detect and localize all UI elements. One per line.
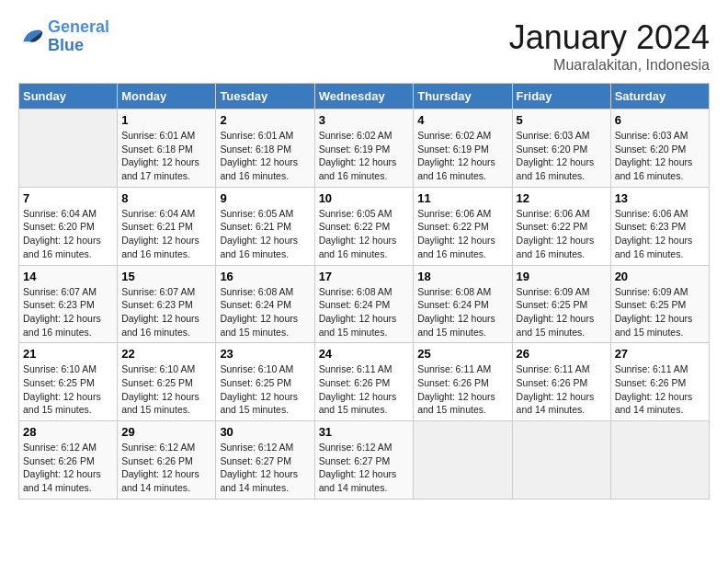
day-number: 19 <box>517 270 607 283</box>
week-row-1: 1Sunrise: 6:01 AM Sunset: 6:18 PM Daylig… <box>19 109 710 188</box>
day-number: 27 <box>615 347 705 361</box>
day-info: Sunrise: 6:04 AM Sunset: 6:20 PM Dayligh… <box>23 207 113 261</box>
calendar-cell: 19Sunrise: 6:09 AM Sunset: 6:25 PM Dayli… <box>512 265 610 343</box>
calendar-title: January 2024 <box>509 18 710 57</box>
day-number: 30 <box>220 425 310 439</box>
day-info: Sunrise: 6:06 AM Sunset: 6:22 PM Dayligh… <box>517 207 607 261</box>
day-info: Sunrise: 6:10 AM Sunset: 6:25 PM Dayligh… <box>121 362 211 417</box>
week-row-4: 21Sunrise: 6:10 AM Sunset: 6:25 PM Dayli… <box>19 343 710 421</box>
calendar-cell: 13Sunrise: 6:06 AM Sunset: 6:23 PM Dayli… <box>610 187 709 265</box>
calendar-cell: 29Sunrise: 6:12 AM Sunset: 6:26 PM Dayli… <box>118 421 216 500</box>
calendar-cell <box>610 421 709 500</box>
calendar-cell: 3Sunrise: 6:02 AM Sunset: 6:19 PM Daylig… <box>314 109 414 188</box>
day-number: 5 <box>517 113 607 127</box>
day-number: 2 <box>220 113 310 127</box>
calendar-cell: 11Sunrise: 6:06 AM Sunset: 6:22 PM Dayli… <box>414 187 512 265</box>
calendar-cell: 26Sunrise: 6:11 AM Sunset: 6:26 PM Dayli… <box>512 343 610 421</box>
day-info: Sunrise: 6:03 AM Sunset: 6:20 PM Dayligh… <box>615 129 705 183</box>
day-info: Sunrise: 6:10 AM Sunset: 6:25 PM Dayligh… <box>23 362 113 417</box>
calendar-cell: 7Sunrise: 6:04 AM Sunset: 6:20 PM Daylig… <box>19 187 118 265</box>
day-info: Sunrise: 6:11 AM Sunset: 6:26 PM Dayligh… <box>319 362 410 417</box>
day-number: 25 <box>417 347 507 361</box>
day-info: Sunrise: 6:08 AM Sunset: 6:24 PM Dayligh… <box>319 285 410 339</box>
day-info: Sunrise: 6:12 AM Sunset: 6:27 PM Dayligh… <box>319 441 410 495</box>
day-info: Sunrise: 6:02 AM Sunset: 6:19 PM Dayligh… <box>417 129 507 183</box>
header-day-wednesday: Wednesday <box>314 84 414 109</box>
calendar-cell: 6Sunrise: 6:03 AM Sunset: 6:20 PM Daylig… <box>610 109 709 188</box>
calendar-cell: 30Sunrise: 6:12 AM Sunset: 6:27 PM Dayli… <box>216 421 314 500</box>
day-info: Sunrise: 6:09 AM Sunset: 6:25 PM Dayligh… <box>615 285 705 339</box>
calendar-cell: 4Sunrise: 6:02 AM Sunset: 6:19 PM Daylig… <box>414 109 512 188</box>
header-day-friday: Friday <box>512 84 610 109</box>
day-number: 3 <box>319 113 410 127</box>
calendar-cell: 12Sunrise: 6:06 AM Sunset: 6:22 PM Dayli… <box>512 187 610 265</box>
day-info: Sunrise: 6:07 AM Sunset: 6:23 PM Dayligh… <box>121 285 211 339</box>
day-info: Sunrise: 6:11 AM Sunset: 6:26 PM Dayligh… <box>517 362 607 417</box>
day-number: 28 <box>23 425 113 439</box>
title-block: January 2024 Muaralakitan, Indonesia <box>509 18 710 74</box>
day-number: 9 <box>220 191 310 205</box>
header-day-monday: Monday <box>118 84 216 109</box>
header-day-tuesday: Tuesday <box>216 84 314 109</box>
calendar-cell: 23Sunrise: 6:10 AM Sunset: 6:25 PM Dayli… <box>216 343 314 421</box>
calendar-cell <box>512 421 610 500</box>
day-info: Sunrise: 6:05 AM Sunset: 6:21 PM Dayligh… <box>220 207 310 261</box>
day-info: Sunrise: 6:02 AM Sunset: 6:19 PM Dayligh… <box>319 129 410 183</box>
calendar-cell: 1Sunrise: 6:01 AM Sunset: 6:18 PM Daylig… <box>118 109 216 188</box>
day-info: Sunrise: 6:06 AM Sunset: 6:23 PM Dayligh… <box>615 207 705 261</box>
calendar-subtitle: Muaralakitan, Indonesia <box>509 57 710 74</box>
day-info: Sunrise: 6:03 AM Sunset: 6:20 PM Dayligh… <box>517 129 607 183</box>
day-info: Sunrise: 6:12 AM Sunset: 6:26 PM Dayligh… <box>121 441 211 495</box>
day-info: Sunrise: 6:05 AM Sunset: 6:22 PM Dayligh… <box>319 207 410 261</box>
day-number: 16 <box>220 270 310 283</box>
day-number: 1 <box>121 113 211 127</box>
day-info: Sunrise: 6:07 AM Sunset: 6:23 PM Dayligh… <box>23 285 113 339</box>
day-number: 14 <box>23 270 113 283</box>
day-number: 4 <box>417 113 507 127</box>
week-row-5: 28Sunrise: 6:12 AM Sunset: 6:26 PM Dayli… <box>19 421 710 500</box>
calendar-cell: 18Sunrise: 6:08 AM Sunset: 6:24 PM Dayli… <box>414 265 512 343</box>
day-number: 11 <box>417 191 507 205</box>
calendar-cell: 17Sunrise: 6:08 AM Sunset: 6:24 PM Dayli… <box>314 265 414 343</box>
calendar-cell: 31Sunrise: 6:12 AM Sunset: 6:27 PM Dayli… <box>314 421 414 500</box>
calendar-cell <box>414 421 512 500</box>
day-number: 31 <box>319 425 410 439</box>
day-info: Sunrise: 6:11 AM Sunset: 6:26 PM Dayligh… <box>615 362 705 417</box>
day-number: 6 <box>615 113 705 127</box>
calendar-cell: 5Sunrise: 6:03 AM Sunset: 6:20 PM Daylig… <box>512 109 610 188</box>
calendar-cell: 15Sunrise: 6:07 AM Sunset: 6:23 PM Dayli… <box>118 265 216 343</box>
calendar-cell: 27Sunrise: 6:11 AM Sunset: 6:26 PM Dayli… <box>610 343 709 421</box>
day-info: Sunrise: 6:08 AM Sunset: 6:24 PM Dayligh… <box>220 285 310 339</box>
day-info: Sunrise: 6:04 AM Sunset: 6:21 PM Dayligh… <box>121 207 211 261</box>
header-day-thursday: Thursday <box>414 84 512 109</box>
day-number: 23 <box>220 347 310 361</box>
day-number: 10 <box>319 191 410 205</box>
day-number: 21 <box>23 347 113 361</box>
header-day-sunday: Sunday <box>19 84 118 109</box>
calendar-cell: 22Sunrise: 6:10 AM Sunset: 6:25 PM Dayli… <box>118 343 216 421</box>
logo: General Blue <box>18 18 109 55</box>
calendar-cell: 20Sunrise: 6:09 AM Sunset: 6:25 PM Dayli… <box>610 265 709 343</box>
calendar-cell: 28Sunrise: 6:12 AM Sunset: 6:26 PM Dayli… <box>19 421 118 500</box>
day-info: Sunrise: 6:08 AM Sunset: 6:24 PM Dayligh… <box>417 285 507 339</box>
calendar-cell: 8Sunrise: 6:04 AM Sunset: 6:21 PM Daylig… <box>118 187 216 265</box>
day-info: Sunrise: 6:12 AM Sunset: 6:27 PM Dayligh… <box>220 441 310 495</box>
day-info: Sunrise: 6:11 AM Sunset: 6:26 PM Dayligh… <box>417 362 507 417</box>
day-number: 7 <box>23 191 113 205</box>
week-row-2: 7Sunrise: 6:04 AM Sunset: 6:20 PM Daylig… <box>19 187 710 265</box>
day-number: 17 <box>319 270 410 283</box>
calendar-cell: 9Sunrise: 6:05 AM Sunset: 6:21 PM Daylig… <box>216 187 314 265</box>
calendar-table: SundayMondayTuesdayWednesdayThursdayFrid… <box>18 83 710 500</box>
day-number: 29 <box>121 425 211 439</box>
day-info: Sunrise: 6:12 AM Sunset: 6:26 PM Dayligh… <box>23 441 113 495</box>
header-row: SundayMondayTuesdayWednesdayThursdayFrid… <box>19 84 710 109</box>
calendar-cell: 21Sunrise: 6:10 AM Sunset: 6:25 PM Dayli… <box>19 343 118 421</box>
day-number: 22 <box>121 347 211 361</box>
day-number: 24 <box>319 347 410 361</box>
day-number: 8 <box>121 191 211 205</box>
calendar-cell <box>19 109 118 188</box>
day-number: 18 <box>417 270 507 283</box>
calendar-cell: 14Sunrise: 6:07 AM Sunset: 6:23 PM Dayli… <box>19 265 118 343</box>
day-info: Sunrise: 6:01 AM Sunset: 6:18 PM Dayligh… <box>220 129 310 183</box>
day-number: 15 <box>121 270 211 283</box>
